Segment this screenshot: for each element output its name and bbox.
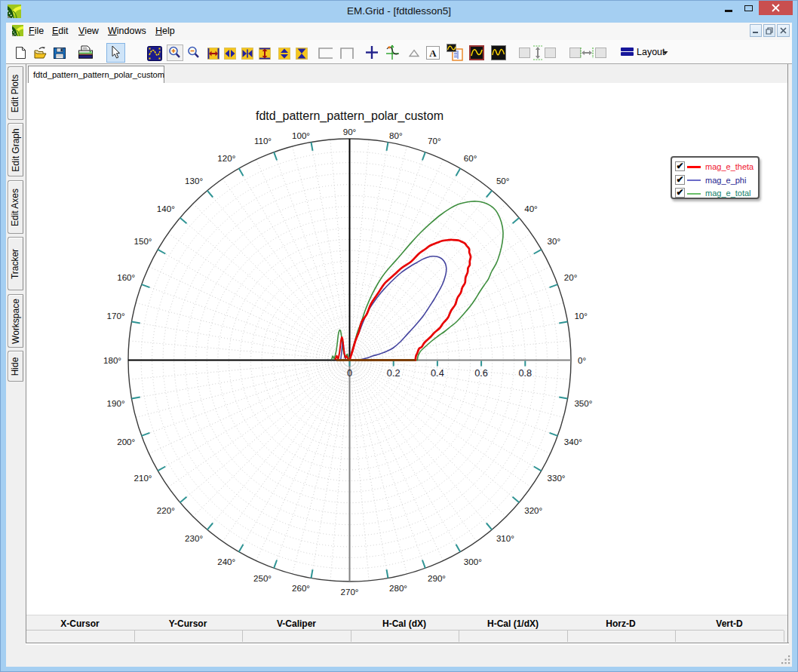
svg-text:290°: 290° — [428, 573, 446, 583]
svg-text:0.2: 0.2 — [387, 367, 401, 379]
svg-text:300°: 300° — [464, 557, 482, 566]
svg-text:0.6: 0.6 — [474, 367, 488, 379]
svg-text:320°: 320° — [524, 505, 542, 515]
svg-text:0.8: 0.8 — [518, 367, 532, 379]
svg-text:90°: 90° — [343, 127, 357, 137]
svg-text:180°: 180° — [103, 355, 121, 365]
svg-text:240°: 240° — [217, 557, 235, 566]
svg-text:0.4: 0.4 — [431, 367, 444, 379]
svg-text:330°: 330° — [548, 473, 566, 483]
svg-text:340°: 340° — [564, 437, 582, 446]
svg-text:310°: 310° — [496, 533, 514, 543]
svg-text:10°: 10° — [574, 311, 588, 321]
svg-text:140°: 140° — [157, 204, 175, 213]
svg-text:fdtd_pattern_pattern_polar_cus: fdtd_pattern_pattern_polar_custom — [256, 109, 444, 123]
svg-text:110°: 110° — [254, 136, 272, 146]
svg-text:230°: 230° — [185, 533, 203, 543]
svg-text:120°: 120° — [217, 153, 235, 163]
svg-text:20°: 20° — [564, 272, 578, 282]
svg-text:130°: 130° — [185, 176, 203, 186]
svg-text:350°: 350° — [574, 398, 592, 408]
svg-text:0°: 0° — [578, 355, 586, 365]
svg-text:30°: 30° — [548, 236, 561, 246]
svg-text:280°: 280° — [389, 583, 407, 593]
svg-text:250°: 250° — [253, 573, 272, 583]
svg-text:70°: 70° — [428, 136, 441, 146]
svg-text:100°: 100° — [292, 130, 310, 140]
svg-text:0: 0 — [347, 367, 352, 379]
svg-text:260°: 260° — [292, 583, 310, 593]
svg-text:200°: 200° — [117, 437, 135, 446]
svg-text:170°: 170° — [107, 311, 125, 321]
svg-text:190°: 190° — [107, 398, 125, 408]
svg-text:80°: 80° — [389, 130, 403, 140]
svg-text:150°: 150° — [134, 236, 152, 246]
svg-text:60°: 60° — [464, 153, 477, 163]
svg-text:40°: 40° — [524, 204, 538, 213]
svg-text:210°: 210° — [134, 473, 152, 483]
svg-text:50°: 50° — [496, 176, 510, 186]
svg-text:270°: 270° — [341, 587, 359, 597]
svg-text:220°: 220° — [157, 505, 175, 515]
svg-text:160°: 160° — [117, 272, 135, 282]
